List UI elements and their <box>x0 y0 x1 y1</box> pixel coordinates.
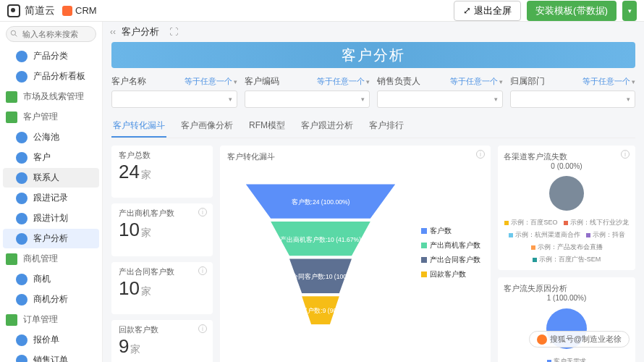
funnel-card: i 客户转化漏斗 客户数:24 (100.00%) 产出商机客户数:10 (41… <box>220 146 491 362</box>
crm-icon <box>62 6 72 16</box>
nav-label: 商机分析 <box>33 293 68 306</box>
nav-item[interactable]: 报价单 <box>3 330 99 350</box>
pie-center-label: 1 (100.00%) <box>504 294 630 302</box>
filter-label: 归属部门 <box>510 75 545 88</box>
nav-group[interactable]: 市场及线索管理 <box>3 87 99 106</box>
stat-total-card: 客户总数 24家 <box>111 146 213 198</box>
nav-group[interactable]: 订单管理 <box>3 310 99 329</box>
svg-line-1 <box>15 35 17 37</box>
stat-title: 回款客户数 <box>119 324 206 335</box>
legend-label: 示例：杭州渠道商合作 <box>515 230 580 240</box>
filter-label: 客户编码 <box>245 75 279 88</box>
module-icon <box>16 213 27 224</box>
loss-reason-card: 客户流失原因分析 1 (100.00%) 客户无需求 <box>498 277 635 362</box>
legend-swatch <box>586 233 590 237</box>
legend-label: 客户数 <box>430 226 452 236</box>
stat-contract-card: i 产出合同客户数 10家 <box>111 262 213 314</box>
legend-swatch <box>421 257 427 263</box>
hero-title: 客户分析 <box>342 46 405 65</box>
legend-swatch <box>533 258 537 262</box>
install-template-button[interactable]: 安装模板(带数据) <box>527 1 617 21</box>
channel-legend: 示例：百度SEO示例：线下行业沙龙示例：杭州渠道商合作示例：抖音示例：产品发布会… <box>504 218 630 264</box>
nav-label: 跟进记录 <box>33 192 68 204</box>
nav-item[interactable]: 联系人 <box>3 168 99 188</box>
module-icon <box>16 294 27 306</box>
tab[interactable]: RFM模型 <box>247 115 287 138</box>
tab[interactable]: 客户转化漏斗 <box>111 115 166 138</box>
filter-select[interactable]: ▾ <box>245 90 370 108</box>
stat-unit: 家 <box>141 169 151 180</box>
legend-swatch <box>421 243 427 248</box>
info-icon[interactable]: i <box>198 208 207 216</box>
legend-label: 回款客户数 <box>430 269 466 279</box>
stat-value: 24 <box>119 161 140 182</box>
module-icon <box>16 334 27 346</box>
nav-label: 商机管理 <box>23 253 58 265</box>
pie-center-label: 0 (0.00%) <box>504 162 630 170</box>
nav-label: 客户管理 <box>23 111 58 123</box>
nav-item[interactable]: 产品分类 <box>3 46 99 66</box>
info-icon[interactable]: i <box>198 266 207 275</box>
nav-item[interactable]: 公海池 <box>3 127 99 147</box>
logo-icon <box>7 4 20 17</box>
nav-item[interactable]: 客户分析 <box>3 229 99 248</box>
nav-label: 销售订单 <box>33 354 68 362</box>
module-icon <box>16 71 27 83</box>
stat-unit: 家 <box>141 227 151 238</box>
card-title: 各渠道客户流失数 <box>504 151 630 162</box>
module-icon <box>16 152 27 164</box>
search-input[interactable] <box>6 26 96 42</box>
info-icon[interactable]: i <box>198 324 207 333</box>
filter-label: 销售负责人 <box>377 75 420 88</box>
nav-item[interactable]: 商机 <box>3 269 99 289</box>
filter-condition[interactable]: 等于任意一个 ▾ <box>450 76 503 87</box>
legend-label: 示例：百度广告-SEM <box>539 255 601 264</box>
fullscreen-icon[interactable]: ⛶ <box>169 27 178 37</box>
logo-text: 简道云 <box>25 4 55 17</box>
filter-select[interactable]: ▾ <box>510 90 636 108</box>
filter-select[interactable]: ▾ <box>377 90 503 108</box>
tab[interactable]: 客户跟进分析 <box>300 115 355 138</box>
svg-text:产出合同客户数:10 (100.00%): 产出合同客户数:10 (100.00%) <box>279 273 363 280</box>
app-badge[interactable]: CRM <box>62 5 97 16</box>
legend-label: 产出合同客户数 <box>430 255 480 265</box>
nav-item[interactable]: 产品分析看板 <box>3 67 99 86</box>
nav-item[interactable]: 销售订单 <box>3 350 99 362</box>
info-icon[interactable]: i <box>621 150 630 159</box>
module-icon <box>16 233 27 245</box>
back-icon[interactable]: ‹‹ <box>110 27 116 37</box>
legend-label: 示例：百度SEO <box>511 218 557 227</box>
legend-label: 示例：产品发布会直播 <box>538 243 603 252</box>
stat-value: 10 <box>119 277 140 299</box>
hero-banner: 客户分析 <box>111 42 635 68</box>
filter-condition[interactable]: 等于任意一个 ▾ <box>317 76 370 87</box>
exit-fullscreen-button[interactable]: ⤢ 退出全屏 <box>454 1 521 21</box>
tab[interactable]: 客户画像分析 <box>179 115 234 138</box>
stat-value: 9 <box>119 335 129 357</box>
nav-item[interactable]: 客户 <box>3 148 99 167</box>
module-icon <box>16 132 27 143</box>
legend-swatch <box>421 272 427 277</box>
nav-group[interactable]: 商机管理 <box>3 249 99 269</box>
sidebar: 产品分类产品分析看板市场及线索管理客户管理公海池客户联系人跟进记录跟进计划客户分… <box>0 22 103 362</box>
module-icon <box>16 355 27 363</box>
stat-value: 10 <box>119 219 140 240</box>
legend-swatch <box>504 221 509 225</box>
funnel-title: 客户转化漏斗 <box>227 151 483 162</box>
nav-item[interactable]: 商机分析 <box>3 290 99 309</box>
nav-item[interactable]: 跟进计划 <box>3 209 99 228</box>
info-icon[interactable]: i <box>476 150 485 159</box>
watermark-icon <box>537 334 547 345</box>
install-dropdown-button[interactable]: ▾ <box>622 1 637 21</box>
filter-condition[interactable]: 等于任意一个 ▾ <box>185 76 237 87</box>
breadcrumb: ‹‹ 客户分析 ⛶ <box>103 22 644 42</box>
tab[interactable]: 客户排行 <box>368 115 405 138</box>
legend-swatch <box>531 245 535 250</box>
logo: 简道云 <box>7 4 55 17</box>
watermark: 搜狐号@制造业老徐 <box>529 331 630 348</box>
nav-item[interactable]: 跟进记录 <box>3 188 99 208</box>
filter-condition[interactable]: 等于任意一个 ▾ <box>582 76 635 87</box>
nav-label: 商机 <box>33 273 51 285</box>
nav-group[interactable]: 客户管理 <box>3 107 99 127</box>
filter-select[interactable]: ▾ <box>111 90 237 108</box>
